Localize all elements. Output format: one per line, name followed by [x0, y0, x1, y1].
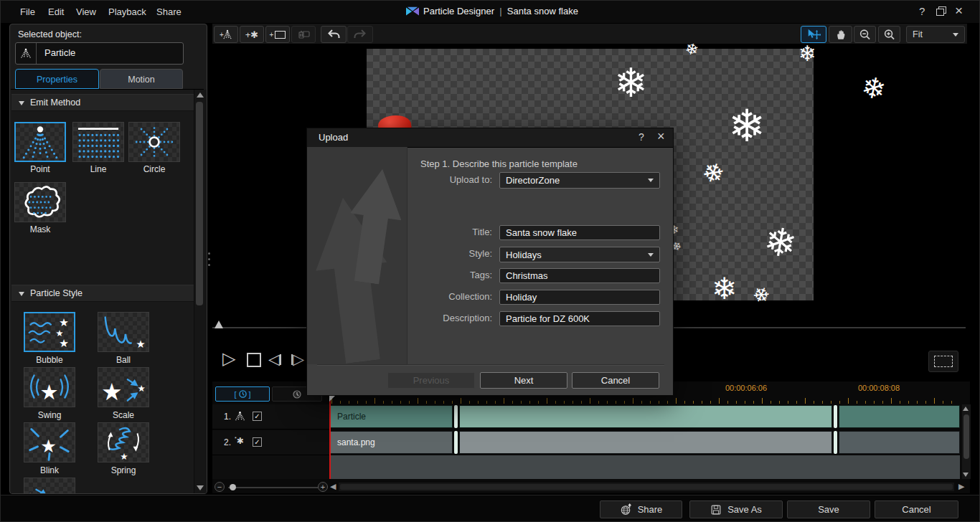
- next-button[interactable]: Next: [480, 372, 567, 389]
- collapse-triangle-icon: [19, 101, 24, 105]
- track1-enabled-checkbox[interactable]: ✓: [253, 412, 262, 421]
- menu-share[interactable]: Share: [156, 6, 182, 17]
- style-thumb-partial[interactable]: ★★: [24, 478, 75, 494]
- keyframe-marker[interactable]: [454, 431, 458, 454]
- dialog-cancel-button[interactable]: Cancel: [572, 372, 659, 389]
- keyframe-marker[interactable]: [834, 405, 837, 428]
- track2-clip-seg2[interactable]: [459, 431, 832, 454]
- upload-to-dropdown[interactable]: DirectorZone: [499, 172, 660, 189]
- step-forward-icon: ▷: [293, 351, 304, 368]
- style-thumb-spring[interactable]: ★: [98, 422, 149, 462]
- panel-splitter[interactable]: [208, 252, 210, 266]
- playhead-line[interactable]: [329, 394, 331, 479]
- style-thumb-swing[interactable]: ★: [24, 367, 75, 407]
- scroll-down-icon[interactable]: [197, 485, 204, 490]
- scroll-up-icon[interactable]: [197, 92, 204, 98]
- dialog-help-button[interactable]: ?: [639, 131, 644, 143]
- close-window-button[interactable]: ×: [955, 3, 963, 19]
- menu-edit[interactable]: Edit: [48, 6, 64, 17]
- timeline-hscrollbar[interactable]: [339, 483, 954, 491]
- previous-button[interactable]: Previous: [387, 372, 475, 389]
- safe-region-button[interactable]: [928, 351, 958, 372]
- svg-text:★: ★: [120, 451, 128, 462]
- track1-clip-seg2[interactable]: [459, 405, 832, 428]
- next-frame-button[interactable]: ▷: [291, 351, 304, 368]
- zoom-level-dropdown[interactable]: Fit: [906, 26, 965, 43]
- select-tool-button[interactable]: [801, 26, 826, 43]
- section-title: Emit Method: [30, 95, 80, 110]
- track2-header[interactable]: 2. *✱ ✓: [212, 430, 329, 455]
- previous-frame-button[interactable]: ◁: [268, 351, 281, 368]
- redo-button[interactable]: [347, 26, 373, 43]
- emit-thumb-mask[interactable]: [14, 182, 66, 222]
- timeline-zoom-out-button[interactable]: −: [215, 482, 225, 492]
- particle-spray-icon: [235, 411, 245, 423]
- scroll-up-icon[interactable]: [963, 407, 969, 411]
- track2-clip-seg3[interactable]: [839, 431, 960, 454]
- add-particle-button[interactable]: +: [214, 26, 238, 43]
- timeline-zoom-thumb[interactable]: [230, 484, 236, 490]
- selected-object-label: Selected object:: [18, 29, 82, 39]
- section-emit-method[interactable]: Emit Method: [11, 94, 195, 111]
- save-button[interactable]: Save: [787, 500, 870, 518]
- zoom-out-button[interactable]: [854, 26, 876, 43]
- timeline-zoom-in-button[interactable]: +: [318, 482, 328, 492]
- style-thumb-ball[interactable]: ★: [98, 312, 149, 352]
- section-particle-style[interactable]: Particle Style: [11, 285, 195, 302]
- panel-scrollbar[interactable]: [194, 90, 207, 493]
- timeline-zoom-track[interactable]: [228, 487, 318, 488]
- dialog-title-bar[interactable]: Upload ? ×: [307, 128, 673, 148]
- emit-thumb-point[interactable]: [14, 122, 66, 162]
- scrollbar-thumb[interactable]: [963, 414, 969, 459]
- scrollbar-thumb[interactable]: [196, 102, 203, 305]
- style-thumb-bubble[interactable]: ★★★: [24, 312, 75, 352]
- share-button[interactable]: Share: [600, 500, 682, 518]
- tags-input[interactable]: Christmas: [499, 268, 660, 283]
- emit-thumb-circle[interactable]: [128, 122, 180, 162]
- pan-tool-button[interactable]: [829, 26, 852, 43]
- cancel-button[interactable]: Cancel: [875, 500, 958, 518]
- style-thumb-blink[interactable]: ★: [24, 422, 75, 462]
- style-label-blink: Blink: [24, 465, 75, 475]
- keyframe-marker[interactable]: [834, 431, 837, 454]
- style-thumb-scale[interactable]: ★★: [98, 367, 149, 407]
- empty-track-area[interactable]: [330, 455, 960, 479]
- track1-header[interactable]: 1. ✓: [212, 404, 329, 430]
- keyframe-marker[interactable]: [454, 405, 458, 428]
- track2-enabled-checkbox[interactable]: ✓: [253, 437, 262, 447]
- stop-button[interactable]: [247, 353, 261, 367]
- menu-playback[interactable]: Playback: [108, 6, 146, 17]
- scroll-right-icon[interactable]: ▶: [958, 482, 964, 491]
- track1-clip-seg1[interactable]: Particle: [330, 405, 453, 428]
- style-dropdown[interactable]: Holidays: [499, 247, 660, 262]
- add-region-button[interactable]: +: [265, 26, 290, 43]
- tab-motion[interactable]: Motion: [100, 69, 183, 89]
- selected-object-box[interactable]: Particle: [15, 42, 184, 65]
- scrollbar-thumb[interactable]: [340, 484, 953, 490]
- add-snowflake-button[interactable]: +✱: [240, 26, 264, 43]
- dialog-close-button[interactable]: ×: [657, 129, 665, 144]
- description-input[interactable]: Particle for DZ 600K: [499, 311, 660, 326]
- help-button[interactable]: ?: [919, 5, 925, 17]
- chevron-down-icon: [648, 253, 654, 257]
- emit-thumb-line[interactable]: [72, 122, 124, 162]
- style-value: Holidays: [506, 248, 542, 262]
- timeline-vscrollbar[interactable]: [961, 404, 971, 479]
- zoom-in-button[interactable]: [878, 26, 900, 43]
- undo-button[interactable]: [321, 26, 347, 43]
- title-input[interactable]: Santa snow flake: [499, 225, 660, 240]
- keyframe-range-button[interactable]: [ ]: [215, 386, 270, 402]
- play-button[interactable]: ▷: [222, 349, 235, 368]
- menu-file[interactable]: File: [20, 6, 35, 17]
- delete-button[interactable]: [291, 26, 316, 43]
- tab-properties[interactable]: Properties: [15, 69, 99, 89]
- collection-input[interactable]: Holiday: [499, 290, 660, 305]
- menu-view[interactable]: View: [76, 6, 96, 17]
- save-as-button[interactable]: Save As: [689, 500, 783, 518]
- track1-clip-seg3[interactable]: [839, 405, 960, 428]
- style-label-spring: Spring: [98, 465, 149, 475]
- seek-thumb[interactable]: [215, 321, 223, 328]
- scroll-left-icon[interactable]: ◀: [330, 482, 336, 491]
- track2-clip-seg1[interactable]: santa.png: [330, 431, 453, 454]
- scroll-down-icon[interactable]: [963, 473, 969, 477]
